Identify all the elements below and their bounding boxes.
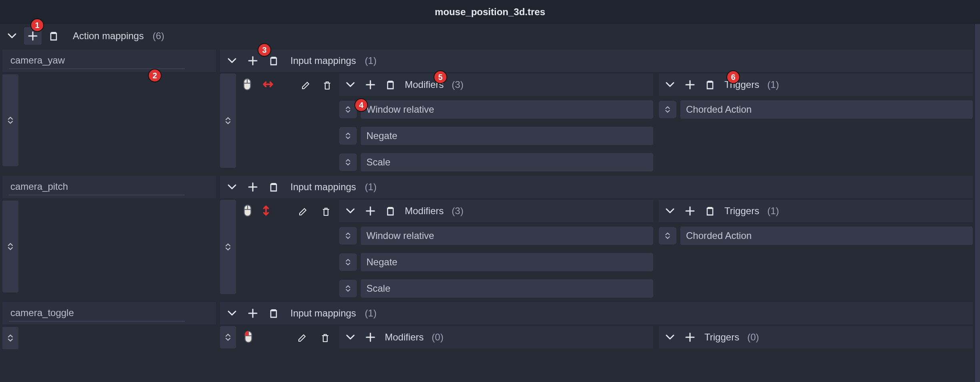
file-title: mouse_position_3d.tres — [435, 6, 545, 18]
title-bar: mouse_position_3d.tres — [0, 0, 980, 24]
trigger-name[interactable]: Chorded Action — [680, 100, 973, 119]
paste-action-button[interactable] — [45, 27, 62, 45]
modifier-item: Negate — [339, 250, 653, 274]
add-modifier-button[interactable] — [362, 76, 379, 94]
collapse-modifiers[interactable] — [342, 202, 359, 220]
trigger-item: Chorded Action — [659, 224, 973, 248]
collapse-triggers[interactable] — [661, 202, 679, 220]
reorder-trigger[interactable] — [659, 101, 676, 118]
delete-input-button[interactable] — [319, 77, 335, 94]
modifier-name[interactable]: Negate — [361, 127, 653, 145]
triggers-count: (0) — [747, 332, 759, 343]
input-mappings-header: Input mappings (1) — [220, 50, 973, 72]
add-input-button[interactable] — [244, 52, 262, 70]
modifier-name[interactable]: Negate — [361, 253, 653, 271]
add-modifier-button[interactable] — [362, 202, 379, 220]
add-input-button[interactable] — [244, 304, 262, 322]
collapse-modifiers[interactable] — [342, 328, 359, 346]
mouse-icon — [240, 203, 255, 220]
collapse-triggers[interactable] — [661, 328, 679, 346]
add-trigger-button[interactable] — [681, 76, 699, 94]
modifier-item: Negate — [339, 124, 653, 148]
reorder-modifier[interactable] — [339, 280, 357, 297]
action-name-header — [2, 50, 216, 72]
modifier-name[interactable]: Window relative — [361, 227, 653, 245]
scrollbar[interactable] — [974, 24, 980, 382]
action-mappings-count: (6) — [152, 30, 164, 42]
collapse-input-mappings[interactable] — [223, 304, 241, 322]
paste-modifier-button[interactable] — [382, 76, 399, 94]
action-block: Input mappings (1) — [0, 176, 980, 300]
input-drag-handle[interactable] — [220, 200, 236, 294]
delete-input-button[interactable] — [316, 329, 334, 347]
axis-vertical-icon — [260, 203, 272, 221]
modifiers-count: (3) — [452, 205, 463, 217]
input-mappings-label: Input mappings — [290, 181, 356, 193]
input-binding-row — [240, 74, 335, 97]
input-mappings-count: (1) — [365, 181, 376, 193]
action-mappings-header: Action mappings (6) — [0, 24, 980, 48]
trigger-name[interactable]: Chorded Action — [680, 227, 973, 245]
input-mappings-count: (1) — [365, 55, 376, 66]
edit-input-button[interactable] — [294, 203, 312, 221]
mouse-left-icon — [241, 330, 256, 346]
triggers-count: (1) — [767, 79, 779, 90]
add-action-button[interactable] — [24, 27, 42, 45]
paste-input-button[interactable] — [265, 178, 282, 196]
axis-horizontal-icon — [260, 79, 276, 92]
add-input-button[interactable] — [244, 178, 262, 196]
delete-input-button[interactable] — [317, 203, 335, 221]
modifier-name[interactable]: Scale — [361, 279, 653, 298]
reorder-modifier[interactable] — [339, 153, 357, 171]
collapse-input-mappings[interactable] — [223, 52, 241, 70]
add-trigger-button[interactable] — [681, 328, 699, 346]
triggers-header: Triggers (1) — [659, 74, 973, 96]
modifier-item: Scale — [339, 150, 653, 174]
modifier-item: Scale — [339, 277, 653, 300]
action-drag-handle[interactable] — [2, 74, 18, 166]
paste-input-button[interactable] — [265, 52, 282, 70]
add-trigger-button[interactable] — [681, 202, 699, 220]
edit-input-button[interactable] — [293, 329, 311, 347]
edit-input-button[interactable] — [298, 77, 314, 94]
reorder-modifier[interactable] — [339, 127, 357, 145]
paste-modifier-button[interactable] — [382, 202, 399, 220]
triggers-label: Triggers — [704, 332, 739, 343]
mouse-icon — [240, 77, 254, 94]
reorder-trigger[interactable] — [659, 227, 676, 245]
collapse-triggers[interactable] — [661, 76, 679, 94]
trigger-item: Chorded Action — [659, 97, 973, 121]
action-drag-handle[interactable] — [2, 327, 18, 349]
modifier-item: Window relative — [339, 224, 653, 248]
paste-trigger-button[interactable] — [701, 76, 719, 94]
input-drag-handle[interactable] — [220, 326, 236, 348]
reorder-modifier[interactable] — [339, 253, 357, 271]
modifiers-header: Modifiers (3) — [339, 74, 653, 96]
input-mappings-count: (1) — [365, 308, 376, 319]
modifier-name[interactable]: Window relative — [361, 100, 653, 119]
action-drag-handle[interactable] — [2, 201, 18, 292]
collapse-input-mappings[interactable] — [223, 178, 241, 196]
reorder-modifier[interactable] — [339, 101, 357, 118]
action-mappings-label: Action mappings — [73, 30, 144, 42]
input-drag-handle[interactable] — [220, 74, 236, 168]
triggers-count: (1) — [767, 205, 779, 217]
modifiers-label: Modifiers — [405, 79, 444, 90]
action-left — [2, 50, 216, 174]
input-mappings-label: Input mappings — [290, 55, 356, 66]
action-name-input[interactable] — [9, 305, 185, 322]
paste-trigger-button[interactable] — [701, 202, 719, 220]
modifier-name[interactable]: Scale — [361, 153, 653, 171]
action-name-input[interactable] — [9, 52, 185, 69]
reorder-modifier[interactable] — [339, 227, 357, 245]
action-name-input[interactable] — [9, 179, 185, 195]
add-modifier-button[interactable] — [362, 328, 379, 346]
triggers-label: Triggers — [724, 79, 759, 90]
collapse-action-mappings[interactable] — [3, 27, 21, 45]
modifier-item: Window relative — [339, 97, 653, 121]
modifiers-count: (3) — [452, 79, 463, 90]
main-panel: 1 2 3 4 5 6 Action mappings (6) Input ma… — [0, 24, 980, 382]
collapse-modifiers[interactable] — [342, 76, 359, 94]
input-mappings-label: Input mappings — [290, 308, 356, 319]
paste-input-button[interactable] — [265, 304, 282, 322]
